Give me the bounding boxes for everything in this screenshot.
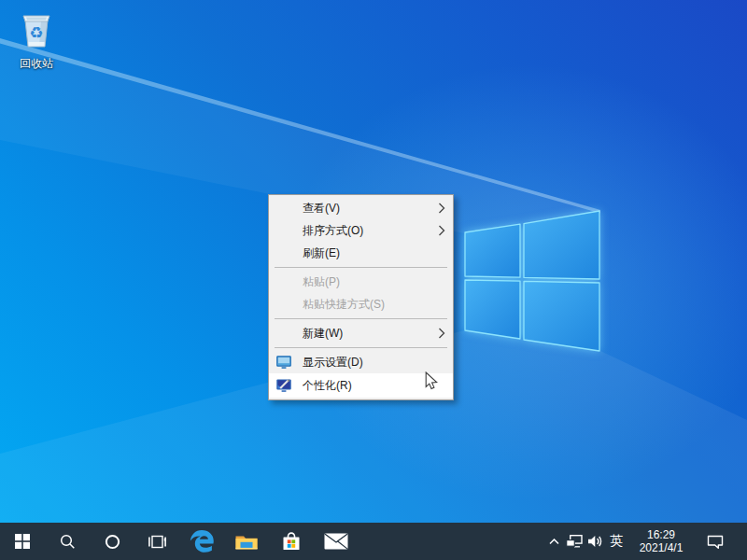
clock[interactable]: 16:29 2021/4/1 — [627, 523, 695, 560]
menu-item-label: 粘贴快捷方式(S) — [303, 297, 434, 313]
desktop-surface[interactable]: ♻ 回收站 查看(V)排序方式(O)刷新(E)粘贴(P)粘贴快捷方式(S)新建(… — [0, 0, 747, 523]
menu-item-label: 新建(W) — [303, 326, 434, 342]
menu-separator — [275, 347, 447, 348]
cortana-icon — [105, 534, 120, 550]
menu-separator — [275, 318, 447, 319]
ime-indicator[interactable]: 英 — [605, 523, 627, 560]
show-hidden-icons-button[interactable] — [543, 523, 564, 560]
submenu-chevron-icon — [434, 225, 445, 236]
context-menu: 查看(V)排序方式(O)刷新(E)粘贴(P)粘贴快捷方式(S)新建(W)显示设置… — [268, 194, 454, 400]
recycle-bin-icon: ♻ — [16, 7, 57, 50]
menu-item-view[interactable]: 查看(V) — [269, 197, 453, 219]
submenu-chevron-icon — [434, 203, 445, 214]
menu-item-new[interactable]: 新建(W) — [269, 322, 453, 344]
network-icon — [566, 535, 583, 548]
file-explorer-button[interactable] — [224, 523, 269, 560]
menu-item-label: 个性化(R) — [303, 378, 434, 394]
menu-item-refresh[interactable]: 刷新(E) — [269, 242, 453, 264]
svg-text:♻: ♻ — [29, 23, 43, 42]
menu-item-paste[interactable]: 粘贴(P) — [269, 271, 453, 293]
tray-time: 16:29 — [647, 528, 675, 541]
search-button[interactable] — [45, 523, 90, 560]
menu-separator — [275, 267, 447, 268]
system-tray: 英 16:29 2021/4/1 — [543, 523, 736, 560]
edge-icon — [188, 527, 216, 555]
chevron-up-icon — [549, 539, 559, 545]
start-button[interactable] — [0, 523, 45, 560]
personalization-icon — [276, 379, 303, 393]
menu-item-display-settings[interactable]: 显示设置(D) — [269, 351, 453, 373]
menu-item-sort-by[interactable]: 排序方式(O) — [269, 219, 453, 242]
store-button[interactable] — [269, 523, 314, 560]
recycle-bin-label: 回收站 — [9, 56, 63, 72]
task-view-button[interactable] — [134, 523, 179, 560]
display-settings-icon — [276, 356, 303, 370]
cortana-button[interactable] — [90, 523, 134, 560]
menu-item-paste-shortcut[interactable]: 粘贴快捷方式(S) — [269, 293, 453, 315]
mail-button[interactable] — [314, 523, 359, 560]
taskbar: 英 16:29 2021/4/1 — [0, 523, 747, 560]
taskbar-empty-area[interactable] — [359, 523, 543, 560]
recycle-bin[interactable]: ♻ 回收站 — [9, 7, 63, 72]
microsoft-store-icon — [281, 531, 302, 552]
submenu-chevron-icon — [434, 328, 445, 339]
menu-item-label: 查看(V) — [303, 201, 434, 217]
volume-icon — [587, 535, 603, 548]
menu-item-personalize[interactable]: 个性化(R) — [269, 373, 453, 398]
action-center-icon — [707, 535, 724, 549]
mail-icon — [324, 533, 348, 550]
windows-desktop-screen: ♻ 回收站 查看(V)排序方式(O)刷新(E)粘贴(P)粘贴快捷方式(S)新建(… — [0, 0, 747, 560]
search-icon — [60, 534, 76, 550]
volume-button[interactable] — [585, 523, 605, 560]
start-icon — [15, 534, 30, 549]
menu-item-label: 粘贴(P) — [303, 274, 434, 290]
menu-item-label: 排序方式(O) — [303, 223, 434, 239]
task-view-icon — [148, 535, 166, 549]
menu-item-label: 刷新(E) — [303, 245, 434, 261]
edge-button[interactable] — [179, 523, 224, 560]
file-explorer-icon — [234, 532, 259, 551]
network-button[interactable] — [564, 523, 585, 560]
action-center-button[interactable] — [695, 523, 736, 560]
menu-item-label: 显示设置(D) — [303, 355, 434, 371]
tray-date: 2021/4/1 — [640, 541, 684, 554]
